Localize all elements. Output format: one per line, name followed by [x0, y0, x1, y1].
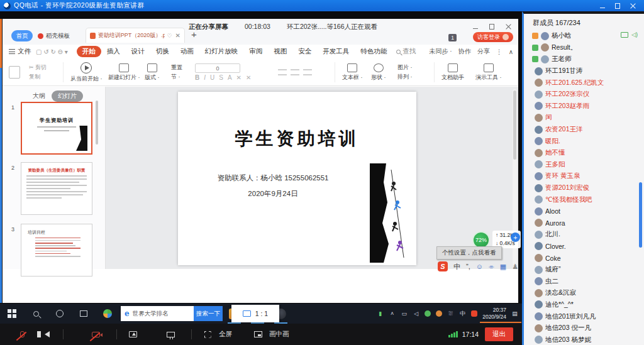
chinese-mode-icon[interactable]: 中 [453, 262, 460, 271]
voice-input-icon[interactable]: ⌯ [489, 263, 494, 271]
volume-icon[interactable]: ◁ [413, 310, 419, 317]
cortana-icon[interactable] [48, 304, 72, 324]
usb-tray-icon[interactable]: ▮ [377, 310, 384, 317]
textbox-button[interactable]: 文本框 · [342, 60, 363, 85]
guest-login-button[interactable]: 访客登录 [473, 32, 513, 42]
shape-button[interactable]: 形状 · [371, 60, 386, 85]
slide3-thumbnail[interactable]: 培训日程 [21, 224, 92, 277]
menu-features[interactable]: 特色功能 [355, 46, 392, 57]
member-row[interactable]: 杨小晗 ◁) [524, 30, 644, 42]
member-row[interactable]: 迪伦*^_^* ◁) [524, 299, 644, 311]
member-row[interactable]: 她不懂 ◁) [524, 147, 644, 159]
member-row[interactable]: 暖阳. ◁) [524, 135, 644, 147]
member-row[interactable]: 王多阳 ◁) [524, 159, 644, 171]
wps-close-icon[interactable] [506, 24, 512, 30]
slide1-thumbnail[interactable]: 学生资助培训 [21, 102, 92, 155]
sync-status[interactable]: 未同步 · [430, 47, 452, 56]
panel-expand-button[interactable]: + [511, 233, 520, 242]
task-view-icon[interactable] [72, 304, 96, 324]
member-scrollbar[interactable] [639, 182, 642, 248]
menu-animation[interactable]: 动画 [175, 46, 199, 57]
tab-document[interactable]: 资助培训PPT（2020版）.pptx ♡ ✕ [86, 28, 185, 43]
start-button[interactable] [0, 304, 24, 324]
member-row[interactable]: 闰 ◁) [524, 112, 644, 124]
member-row[interactable]: 农资201王洋 ◁) [524, 124, 644, 136]
exit-call-button[interactable]: 退出 [485, 327, 513, 341]
wps-minimize-icon[interactable] [473, 24, 479, 30]
tray-orange-icon[interactable] [436, 310, 442, 317]
play-from-current-button[interactable]: 从当前开始 · [70, 60, 103, 85]
pip-label[interactable]: 画中画 [269, 330, 289, 339]
reset-button[interactable]: 重置 [171, 63, 182, 72]
panel-scrollbar[interactable] [96, 101, 98, 145]
member-row[interactable]: ℃怪我都怪我吧 ◁) [524, 194, 644, 205]
italic-button[interactable]: I [204, 74, 206, 81]
font-size-input[interactable]: 0 [195, 63, 240, 73]
member-row[interactable]: 环工202张宗仪 ◁) [524, 89, 644, 101]
cut-button[interactable]: ✂ 剪切 [29, 63, 47, 72]
present-tools-button[interactable]: 演示工具 · [475, 60, 502, 85]
ime-indicator[interactable]: 中 [459, 310, 466, 317]
collapse-ribbon-icon[interactable]: ∧ [509, 48, 513, 55]
member-row[interactable]: 王老师 ◁) [524, 53, 644, 65]
share-screen-icon[interactable] [125, 331, 141, 337]
member-row[interactable]: 环工191甘涛 ◁) [524, 65, 644, 77]
whiteboard-icon[interactable] [162, 332, 179, 337]
member-row[interactable]: 淡忘&沉寂 ◁) [524, 287, 644, 299]
sogou-tray-icon[interactable] [471, 310, 477, 317]
tray-green-icon[interactable] [425, 310, 431, 317]
search-go-button[interactable]: 搜索一下 [194, 306, 223, 321]
member-row[interactable]: 北川. ◁) [524, 229, 644, 241]
copy-button[interactable]: 复制 [29, 73, 40, 81]
taskbar-search-icon[interactable] [24, 304, 48, 324]
tab-outline[interactable]: 大纲 [33, 92, 45, 101]
tray-expand-icon[interactable]: ˄ [389, 310, 396, 317]
tray-clock[interactable]: 20:37 2020/9/24 [482, 307, 506, 320]
pip-icon[interactable] [250, 331, 266, 337]
member-row[interactable]: 资环 黄玉泉 ◁) [524, 170, 644, 182]
member-row[interactable]: 地信203 杨梦妮 ◁) [524, 334, 644, 345]
member-row[interactable]: 环工201.625.纪凯文 ◁) [524, 77, 644, 89]
speaker-icon[interactable] [39, 331, 55, 337]
layout-button[interactable]: 版式 · [145, 60, 160, 85]
tab-slides[interactable]: 幻灯片 [52, 90, 83, 102]
menu-review[interactable]: 审阅 [243, 46, 268, 57]
superscript-button[interactable]: ✕ [236, 74, 242, 81]
emoji-icon[interactable]: ☺ [476, 263, 483, 270]
section-button[interactable]: 节 · [171, 73, 180, 81]
punctuation-icon[interactable]: ”, [466, 263, 470, 270]
member-row[interactable]: Aurora ◁) [524, 217, 644, 229]
new-slide-button[interactable]: 新建幻灯片 · [108, 60, 140, 85]
minimize-icon[interactable] [600, 3, 606, 9]
collab-button[interactable]: 协作 [458, 47, 471, 56]
member-row[interactable]: 资源201刘宏俊 ◁) [524, 182, 644, 194]
menu-security[interactable]: 安全 [292, 46, 317, 57]
slide2-thumbnail[interactable]: 资助委员（生活委员兼任）职责 [21, 162, 92, 215]
quick-access-toolbar[interactable]: ▢ ↺ ↻ ⊖ ▾ [36, 48, 68, 55]
skin-icon[interactable]: ♟ [512, 263, 518, 271]
tab-home[interactable]: 首页 [11, 30, 33, 41]
tab-docer[interactable]: 稻壳模板 [38, 30, 70, 41]
member-row[interactable]: 城府” ◁) [524, 264, 644, 276]
taskbar-search-box[interactable]: e世界大学排名 搜索一下 [121, 306, 223, 321]
microphone-muted-icon[interactable] [14, 331, 30, 337]
menu-insert[interactable]: 插入 [101, 46, 126, 57]
share-button[interactable]: 分享 [477, 47, 490, 56]
sogou-logo-icon[interactable]: S [438, 261, 448, 271]
member-row[interactable]: 地信201班刘凡凡 ◁) [524, 310, 644, 322]
member-row[interactable]: Clover. ◁) [524, 241, 644, 253]
menu-devtools[interactable]: 开发工具 [317, 46, 355, 57]
fullscreen-label[interactable]: 全屏 [219, 330, 232, 339]
member-row[interactable]: Coke ◁) [524, 252, 644, 264]
paste-button[interactable] [9, 60, 20, 85]
keyboard-icon[interactable]: ▦ [500, 263, 506, 271]
more-icon[interactable]: ⋮ [496, 48, 502, 55]
bold-button[interactable]: B [195, 74, 199, 81]
menu-file[interactable]: 文件 [9, 47, 31, 56]
member-row[interactable]: Aloot ◁) [524, 205, 644, 217]
tab-close-icon[interactable]: ✕ [175, 32, 180, 39]
member-row[interactable]: 地信203 倪一凡 ◁) [524, 322, 644, 334]
doc-assistant-button[interactable]: 文档助手 [441, 60, 464, 85]
subscript-button[interactable]: ✕ [246, 74, 251, 81]
current-slide[interactable]: 学生资助培训 资助联系人：杨小晗 15255062551 2020年9月24日 [178, 92, 416, 265]
